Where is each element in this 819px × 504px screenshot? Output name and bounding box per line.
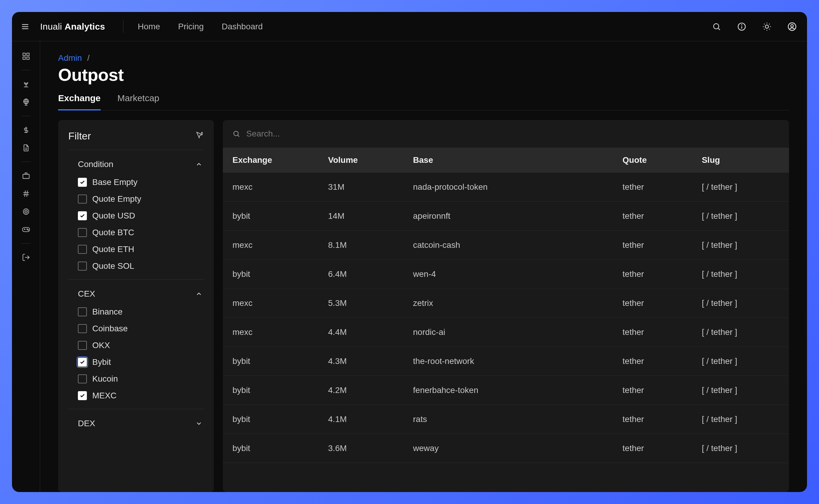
svg-point-38 xyxy=(27,229,27,230)
checkbox-icon xyxy=(78,211,87,220)
filter-check-condition-3[interactable]: Quote BTC xyxy=(78,228,204,237)
rail-hashtag[interactable] xyxy=(19,187,33,200)
menu-button[interactable] xyxy=(19,21,31,33)
cell-exchange: mexc xyxy=(223,173,319,202)
tab-exchange[interactable]: Exchange xyxy=(58,90,101,110)
filter-section-condition-toggle[interactable]: Condition xyxy=(78,160,204,169)
table-search-input[interactable] xyxy=(246,129,779,139)
filter-check-label: Quote BTC xyxy=(92,228,134,237)
filter-check-cex-3[interactable]: Bybit xyxy=(78,357,204,367)
filter-check-cex-1[interactable]: Coinbase xyxy=(78,324,204,333)
table-row[interactable]: mexc4.4Mnordic-aitether[ / tether ] xyxy=(223,318,789,347)
table-row[interactable]: bybit4.1Mratstether[ / tether ] xyxy=(223,405,789,434)
svg-point-37 xyxy=(26,211,26,212)
filter-check-condition-5[interactable]: Quote SOL xyxy=(78,261,204,271)
filter-check-cex-0[interactable]: Binance xyxy=(78,307,204,317)
th-volume[interactable]: Volume xyxy=(319,148,404,173)
nav-home[interactable]: Home xyxy=(138,22,160,31)
cell-quote: tether xyxy=(613,231,693,260)
rail-dashboard[interactable] xyxy=(19,50,33,63)
sprout-icon xyxy=(22,80,30,88)
filter-section-condition: Condition Base EmptyQuote EmptyQuote USD… xyxy=(68,150,204,279)
nav-dashboard[interactable]: Dashboard xyxy=(222,22,263,31)
cell-volume: 3.6M xyxy=(319,434,404,463)
rail-briefcase[interactable] xyxy=(19,169,33,182)
table-row[interactable]: bybit4.3Mthe-root-networktether[ / tethe… xyxy=(223,347,789,376)
cell-base: zetrix xyxy=(404,289,613,318)
filter-check-label: Quote SOL xyxy=(92,261,134,271)
cell-quote: tether xyxy=(613,173,693,202)
rail-finance[interactable] xyxy=(19,123,33,136)
cell-volume: 4.2M xyxy=(319,376,404,405)
briefcase-icon xyxy=(22,171,30,180)
filter-check-cex-5[interactable]: MEXC xyxy=(78,391,204,400)
chevron-up-icon xyxy=(195,290,202,297)
table-row[interactable]: mexc8.1Mcatcoin-cashtether[ / tether ] xyxy=(223,231,789,260)
rail-logout[interactable] xyxy=(19,251,33,264)
cell-volume: 4.1M xyxy=(319,405,404,434)
search-icon xyxy=(712,22,721,31)
cursor-clear-icon xyxy=(195,131,204,139)
gamepad-icon xyxy=(22,225,30,234)
checkbox-icon xyxy=(78,228,87,237)
data-table: Exchange Volume Base Quote Slug mexc31Mn… xyxy=(223,148,789,463)
user-circle-icon xyxy=(787,22,797,32)
theme-toggle[interactable] xyxy=(761,21,773,33)
th-base[interactable]: Base xyxy=(404,148,613,173)
search-button[interactable] xyxy=(711,21,723,33)
page-title: Outpost xyxy=(58,65,789,85)
cell-volume: 5.3M xyxy=(319,289,404,318)
breadcrumb-admin[interactable]: Admin xyxy=(58,53,82,63)
rail-document[interactable] xyxy=(19,141,33,154)
cell-quote: tether xyxy=(613,405,693,434)
th-quote[interactable]: Quote xyxy=(613,148,693,173)
rail-gaming[interactable] xyxy=(19,223,33,236)
table-row[interactable]: bybit6.4Mwen-4tether[ / tether ] xyxy=(223,260,789,289)
brand-logo: Inuali Analytics xyxy=(40,22,105,32)
cell-base: wen-4 xyxy=(404,260,613,289)
cell-exchange: mexc xyxy=(223,231,319,260)
cell-exchange: bybit xyxy=(223,202,319,231)
document-icon xyxy=(22,144,30,152)
cell-quote: tether xyxy=(613,376,693,405)
filter-check-condition-1[interactable]: Quote Empty xyxy=(78,194,204,204)
filter-clear-button[interactable] xyxy=(195,131,204,141)
filter-check-label: MEXC xyxy=(92,391,116,400)
cell-slug: [ / tether ] xyxy=(693,405,789,434)
filter-check-label: Base Empty xyxy=(92,177,137,187)
breadcrumb-separator: / xyxy=(87,53,89,63)
svg-line-15 xyxy=(764,29,765,29)
chevron-down-icon xyxy=(195,420,202,427)
cell-quote: tether xyxy=(613,289,693,318)
rail-globe[interactable] xyxy=(19,95,33,109)
info-button[interactable] xyxy=(736,21,748,33)
filter-check-cex-2[interactable]: OKX xyxy=(78,341,204,350)
svg-line-44 xyxy=(238,135,239,137)
rail-separator xyxy=(22,162,31,162)
cell-slug: [ / tether ] xyxy=(693,376,789,405)
filter-check-label: Kucoin xyxy=(92,374,118,384)
th-slug[interactable]: Slug xyxy=(693,148,789,173)
account-button[interactable] xyxy=(786,21,798,33)
nav-pricing[interactable]: Pricing xyxy=(178,22,204,31)
filter-section-cex-toggle[interactable]: CEX xyxy=(78,289,204,299)
dashboard-icon xyxy=(22,52,30,60)
rail-target[interactable] xyxy=(19,205,33,218)
svg-point-8 xyxy=(765,25,769,28)
tab-marketcap[interactable]: Marketcap xyxy=(117,90,159,110)
filter-panel: Filter Condition Base EmptyQuote EmptyQu… xyxy=(58,120,214,492)
filter-check-cex-4[interactable]: Kucoin xyxy=(78,374,204,384)
filter-check-condition-2[interactable]: Quote USD xyxy=(78,211,204,221)
table-row[interactable]: mexc31Mnada-protocol-tokentether[ / teth… xyxy=(223,173,789,202)
filter-check-condition-0[interactable]: Base Empty xyxy=(78,177,204,187)
filter-section-dex-toggle[interactable]: DEX xyxy=(78,419,204,428)
logout-icon xyxy=(22,253,30,262)
svg-rect-22 xyxy=(27,57,29,59)
rail-growth[interactable] xyxy=(19,78,33,91)
table-row[interactable]: bybit3.6Mwewaytether[ / tether ] xyxy=(223,434,789,463)
filter-check-condition-4[interactable]: Quote ETH xyxy=(78,245,204,254)
table-row[interactable]: bybit4.2Mfenerbahce-tokentether[ / tethe… xyxy=(223,376,789,405)
table-row[interactable]: mexc5.3Mzetrixtether[ / tether ] xyxy=(223,289,789,318)
table-row[interactable]: bybit14Mapeironnfttether[ / tether ] xyxy=(223,202,789,231)
th-exchange[interactable]: Exchange xyxy=(223,148,319,173)
